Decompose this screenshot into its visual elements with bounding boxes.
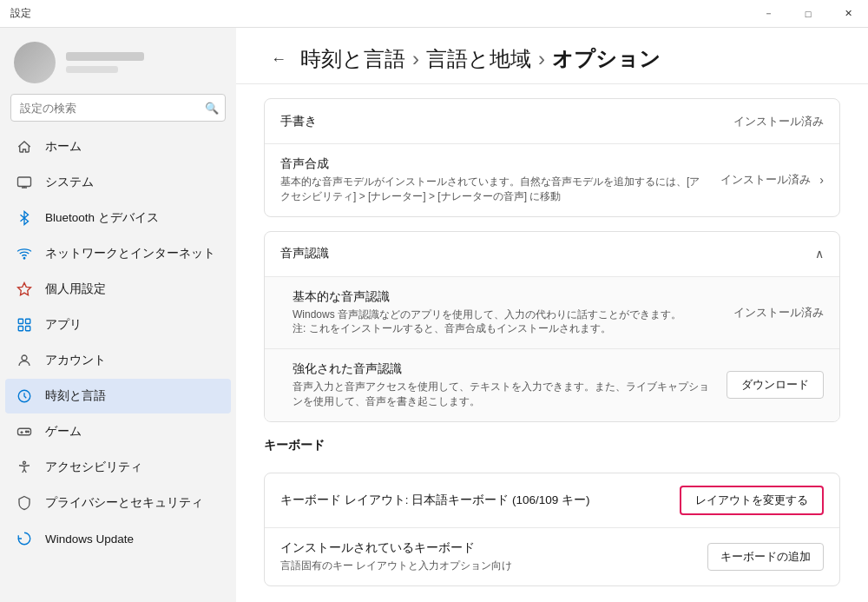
network-icon	[16, 245, 33, 262]
titlebar: 設定 － □ ✕	[0, 0, 868, 28]
breadcrumb-3: オプション	[552, 45, 661, 73]
content-inner: 手書き インストール済み 音声合成 基本的な音声モデルがインストールされています…	[236, 98, 868, 586]
sidebar: 🔍 ホーム	[0, 28, 236, 602]
sidebar-item-bluetooth[interactable]: Bluetooth とデバイス	[5, 201, 231, 235]
sidebar-item-apps[interactable]: アプリ	[5, 308, 231, 342]
sidebar-nav: ホーム システム Bluetooth とデバイ	[0, 129, 236, 595]
username-placeholder	[66, 52, 144, 61]
installed-keyboards-row: インストールされているキーボード 言語固有のキー レイアウトと入力オプション向け…	[265, 528, 839, 585]
sidebar-item-accessibility[interactable]: アクセシビリティ	[5, 450, 231, 485]
chevron-right-icon: ›	[819, 173, 824, 187]
add-keyboard-button[interactable]: キーボードの追加	[707, 543, 824, 571]
enhanced-voice-row: 強化された音声認識 音声入力と音声アクセスを使用して、テキストを入力できます。ま…	[265, 349, 839, 421]
download-button[interactable]: ダウンロード	[727, 371, 824, 399]
keyboard-layout-left: キーボード レイアウト: 日本語キーボード (106/109 キー)	[280, 493, 666, 508]
svg-point-9	[26, 431, 28, 433]
sidebar-item-update[interactable]: Windows Update	[5, 521, 231, 556]
enhanced-voice-right: ダウンロード	[727, 371, 824, 399]
breadcrumb-sep-2: ›	[538, 47, 545, 71]
page-header: ← 時刻と言語 › 言語と地域 › オプション	[236, 28, 868, 84]
basic-voice-desc: Windows 音声認識などのアプリを使用して、入力の代わりに話すことができます…	[293, 308, 720, 337]
sidebar-item-system[interactable]: システム	[5, 165, 231, 200]
accessibility-icon	[16, 459, 33, 476]
apps-icon	[16, 316, 33, 334]
system-label: システム	[45, 175, 94, 190]
svg-point-11	[23, 461, 26, 464]
account-icon	[16, 352, 33, 369]
system-icon	[16, 174, 33, 191]
network-label: ネットワークとインターネット	[45, 246, 215, 261]
content-area: ← 時刻と言語 › 言語と地域 › オプション 手書き インストール済み	[236, 28, 868, 602]
bluetooth-icon	[16, 209, 33, 227]
voice-synth-status: インストール済み	[720, 172, 811, 188]
personalize-label: 個人用設定	[45, 281, 106, 297]
enhanced-voice-left: 強化された音声認識 音声入力と音声アクセスを使用して、テキストを入力できます。ま…	[293, 361, 713, 409]
search-icon: 🔍	[205, 102, 219, 115]
apps-label: アプリ	[45, 317, 82, 333]
avatar	[14, 42, 56, 83]
game-icon	[16, 423, 33, 440]
enhanced-voice-desc: 音声入力と音声アクセスを使用して、テキストを入力できます。また、ライブキャプショ…	[293, 380, 713, 409]
breadcrumb-2: 言語と地域	[426, 45, 531, 73]
svg-point-10	[28, 431, 30, 433]
voice-synth-row[interactable]: 音声合成 基本的な音声モデルがインストールされています。自然な音声モデルを追加す…	[265, 144, 839, 216]
svg-point-6	[22, 355, 27, 361]
search-container: 🔍	[10, 94, 226, 122]
sidebar-item-network[interactable]: ネットワークとインターネット	[5, 236, 231, 271]
handwriting-title: 手書き	[280, 114, 720, 129]
privacy-label: プライバシーとセキュリティ	[45, 495, 203, 511]
svg-point-1	[23, 258, 25, 260]
keyboard-section: キーボード レイアウト: 日本語キーボード (106/109 キー) レイアウト…	[264, 473, 840, 586]
installed-keyboards-left: インストールされているキーボード 言語固有のキー レイアウトと入力オプション向け	[280, 540, 694, 573]
sidebar-item-time[interactable]: 時刻と言語	[5, 379, 231, 413]
search-input[interactable]	[10, 94, 226, 122]
username-sub-placeholder	[66, 66, 118, 73]
sidebar-item-personalize[interactable]: 個人用設定	[5, 272, 231, 307]
accessibility-label: アクセシビリティ	[45, 460, 142, 475]
basic-voice-left: 基本的な音声認識 Windows 音声認識などのアプリを使用して、入力の代わりに…	[293, 289, 720, 337]
voice-synth-desc: 基本的な音声モデルがインストールされています。自然な音声モデルを追加するには、[…	[280, 175, 707, 204]
voice-synth-title: 音声合成	[280, 156, 707, 172]
svg-rect-4	[18, 327, 23, 331]
app-body: 🔍 ホーム	[0, 28, 868, 602]
sidebar-item-home[interactable]: ホーム	[5, 129, 231, 164]
enhanced-voice-title: 強化された音声認識	[293, 361, 713, 377]
basic-voice-right: インストール済み	[733, 305, 824, 321]
privacy-icon	[16, 494, 33, 512]
svg-rect-5	[26, 327, 30, 331]
handwriting-status: インストール済み	[733, 114, 824, 129]
keyboard-heading: キーボード	[264, 422, 840, 459]
handwriting-right: インストール済み	[733, 114, 824, 129]
update-label: Windows Update	[45, 533, 134, 546]
voice-recog-header-row[interactable]: 音声認識 ∧	[265, 232, 839, 277]
bluetooth-label: Bluetooth とデバイス	[45, 210, 159, 226]
handwriting-section: 手書き インストール済み 音声合成 基本的な音声モデルがインストールされています…	[264, 98, 840, 217]
keyboard-layout-right: レイアウトを変更する	[680, 486, 824, 515]
voice-synth-left: 音声合成 基本的な音声モデルがインストールされています。自然な音声モデルを追加す…	[280, 156, 707, 204]
personalize-icon	[16, 281, 33, 298]
sidebar-item-account[interactable]: アカウント	[5, 343, 231, 378]
back-button[interactable]: ←	[264, 47, 293, 72]
svg-rect-0	[18, 177, 31, 187]
installed-keyboards-title: インストールされているキーボード	[280, 540, 694, 556]
breadcrumb-1: 時刻と言語	[300, 45, 405, 73]
maximize-button[interactable]: □	[788, 0, 828, 28]
keyboard-layout-row: キーボード レイアウト: 日本語キーボード (106/109 キー) レイアウト…	[265, 473, 839, 528]
game-label: ゲーム	[45, 424, 82, 440]
sidebar-item-game[interactable]: ゲーム	[5, 414, 231, 449]
expand-icon: ∧	[815, 247, 824, 261]
time-icon	[16, 387, 33, 405]
close-button[interactable]: ✕	[828, 0, 868, 28]
sidebar-item-privacy[interactable]: プライバシーとセキュリティ	[5, 486, 231, 520]
voice-recog-heading: 音声認識	[280, 246, 801, 261]
installed-keyboards-desc: 言語固有のキー レイアウトと入力オプション向け	[280, 559, 694, 573]
handwriting-left: 手書き	[280, 114, 720, 129]
handwriting-row: 手書き インストール済み	[265, 99, 839, 144]
installed-keyboards-right: キーボードの追加	[707, 543, 824, 571]
titlebar-controls: － □ ✕	[748, 0, 868, 28]
basic-voice-title: 基本的な音声認識	[293, 289, 720, 305]
basic-voice-status: インストール済み	[733, 305, 824, 321]
voice-recog-section: 音声認識 ∧ 基本的な音声認識 Windows 音声認識などのアプリを使用して、…	[264, 231, 840, 422]
minimize-button[interactable]: －	[748, 0, 788, 28]
change-layout-button[interactable]: レイアウトを変更する	[680, 486, 824, 515]
